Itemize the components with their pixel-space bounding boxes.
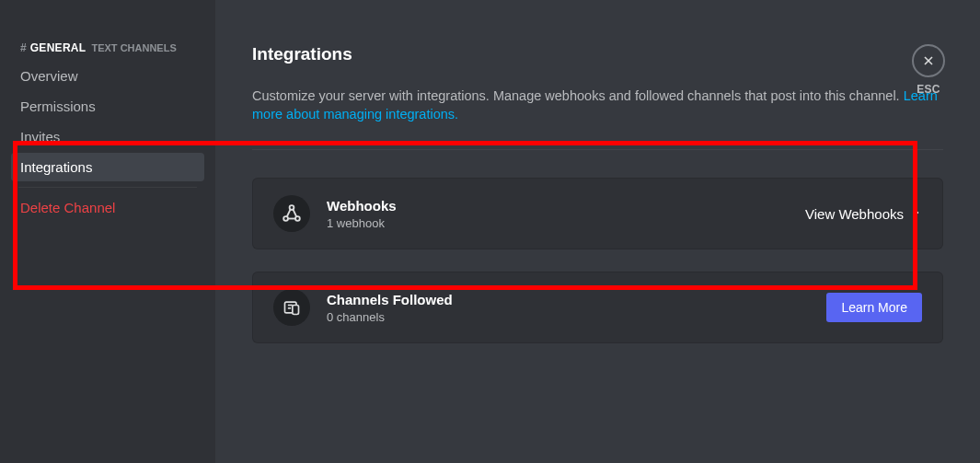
webhooks-text: Webhooks 1 webhook bbox=[327, 198, 789, 230]
sidebar-divider bbox=[18, 187, 197, 188]
webhooks-card[interactable]: Webhooks 1 webhook View Webhooks bbox=[252, 178, 943, 249]
followed-text: Channels Followed 0 channels bbox=[327, 292, 810, 324]
sidebar-item-permissions[interactable]: Permissions bbox=[11, 92, 204, 121]
main-content: Integrations Customize your server with … bbox=[215, 0, 980, 463]
page-title: Integrations bbox=[252, 44, 943, 64]
followed-subtitle: 0 channels bbox=[327, 310, 810, 324]
sidebar: # GENERAL TEXT CHANNELS Overview Permiss… bbox=[0, 0, 215, 463]
svg-point-1 bbox=[283, 216, 288, 221]
learn-more-button[interactable]: Learn More bbox=[826, 293, 922, 322]
page-description: Customize your server with integrations.… bbox=[252, 87, 943, 123]
channel-name: GENERAL bbox=[30, 41, 86, 54]
followed-title: Channels Followed bbox=[327, 292, 810, 307]
webhooks-subtitle: 1 webhook bbox=[327, 216, 789, 230]
webhook-icon bbox=[273, 195, 310, 232]
sidebar-header: # GENERAL TEXT CHANNELS bbox=[11, 41, 204, 62]
close-label: ESC bbox=[917, 83, 940, 96]
sidebar-item-integrations[interactable]: Integrations bbox=[11, 153, 204, 181]
news-icon bbox=[273, 289, 310, 326]
close-button[interactable]: ESC bbox=[912, 44, 945, 96]
channel-category: TEXT CHANNELS bbox=[91, 42, 176, 53]
channels-followed-card: Channels Followed 0 channels Learn More bbox=[252, 272, 943, 343]
svg-rect-4 bbox=[293, 306, 299, 315]
close-icon bbox=[912, 44, 945, 77]
channel-hash: # bbox=[20, 41, 27, 54]
sidebar-item-invites[interactable]: Invites bbox=[11, 122, 204, 151]
sidebar-item-overview[interactable]: Overview bbox=[11, 62, 204, 90]
view-webhooks-button[interactable]: View Webhooks bbox=[805, 206, 922, 222]
section-divider bbox=[252, 149, 943, 150]
view-webhooks-label: View Webhooks bbox=[805, 206, 904, 222]
page-description-text: Customize your server with integrations.… bbox=[252, 88, 904, 103]
webhooks-title: Webhooks bbox=[327, 198, 789, 214]
svg-point-2 bbox=[295, 216, 300, 221]
chevron-right-icon bbox=[909, 206, 922, 222]
svg-point-0 bbox=[290, 205, 294, 210]
sidebar-item-delete-channel[interactable]: Delete Channel bbox=[11, 193, 204, 222]
